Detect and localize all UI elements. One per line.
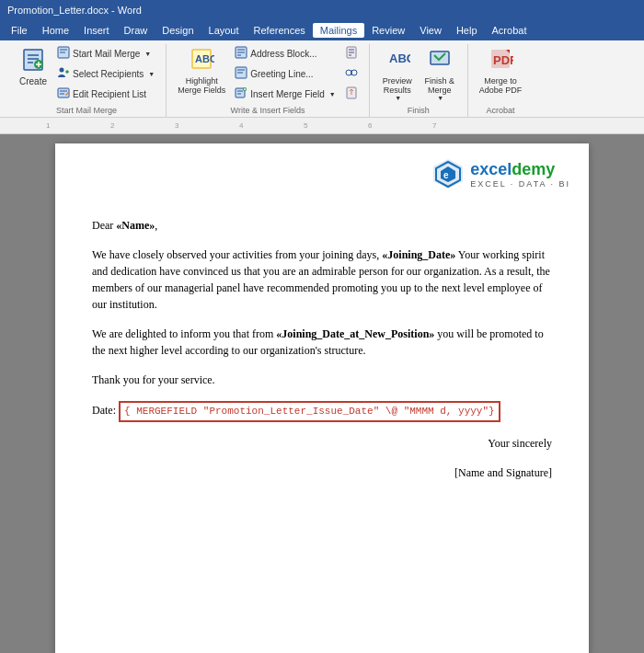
- select-recipients-button[interactable]: Select Recipients ▼: [53, 64, 158, 84]
- date-label: Date:: [92, 404, 119, 417]
- greeting-line-label: Greeting Line...: [250, 69, 313, 79]
- para2-start: We are delighted to inform you that from: [92, 327, 276, 340]
- doc-content[interactable]: Dear «Name», We have closely observed yo…: [92, 217, 552, 481]
- closing-para: Your sincerely: [92, 435, 552, 452]
- date-para: Date: { MERGEFIELD "Promotion_Letter_Iss…: [92, 401, 552, 422]
- menu-draw[interactable]: Draw: [117, 23, 155, 38]
- closing-text: Your sincerely: [488, 437, 552, 450]
- ribbon-buttons-write: ABC HighlightMerge Fields: [174, 44, 362, 104]
- start-mail-merge-group-label: Start Mail Merge: [15, 104, 158, 115]
- write-insert-col: Address Block... Greeting Line...: [231, 44, 339, 104]
- svg-text:PDF: PDF: [493, 53, 513, 67]
- finish-merge-button[interactable]: Finish &Merge ▼: [420, 44, 460, 103]
- logo-tagline: EXCEL · DATA · BI: [470, 179, 570, 189]
- greeting-line-button[interactable]: Greeting Line...: [231, 64, 339, 84]
- title-text: Promotion_Letter.docx - Word: [7, 5, 142, 16]
- para1: We have closely observed your activities…: [92, 246, 552, 313]
- finish-icon: [427, 46, 453, 74]
- select-recipients-icon: [57, 66, 70, 82]
- menu-file[interactable]: File: [4, 23, 35, 38]
- preview-results-button[interactable]: ABC PreviewResults ▼: [377, 44, 418, 103]
- logo-name: exceldemy: [470, 160, 570, 179]
- doc-page: e exceldemy EXCEL · DATA · BI Dear «Name…: [55, 143, 589, 653]
- create-icon: [20, 46, 46, 74]
- highlight-merge-fields-button[interactable]: ABC HighlightMerge Fields: [174, 44, 229, 97]
- select-recipients-label: Select Recipients: [73, 69, 144, 79]
- preview-label: PreviewResults: [383, 76, 412, 95]
- svg-text:ABC: ABC: [195, 53, 214, 64]
- logo-icon: e: [431, 157, 465, 190]
- acrobat-group-label: Acrobat: [476, 104, 526, 115]
- menu-acrobat[interactable]: Acrobat: [485, 23, 535, 38]
- write-insert-group-label: Write & Insert Fields: [174, 104, 362, 115]
- create-label: Create: [19, 76, 47, 86]
- para3: Thank you for your service.: [92, 372, 552, 388]
- date-merge-field[interactable]: { MERGEFIELD "Promotion_Letter_Issue_Dat…: [119, 401, 500, 422]
- greeting-para: Dear «Name»,: [92, 217, 552, 234]
- svg-point-36: [346, 70, 351, 75]
- name-field: «Name»: [116, 219, 155, 232]
- ribbon-group-preview: ABC PreviewResults ▼ Finish &Merge ▼ Fin…: [370, 44, 468, 117]
- insert-merge-dropdown[interactable]: ▼: [329, 91, 336, 97]
- ribbon-buttons-start: Create Start Mail Merge ▼: [15, 44, 158, 104]
- start-mail-merge-label: Start Mail Merge: [73, 49, 140, 59]
- ribbon-group-write-insert: ABC HighlightMerge Fields: [167, 44, 370, 117]
- edit-recipient-icon: [57, 86, 70, 102]
- signature-text: [Name and Signature]: [454, 466, 552, 479]
- start-merge-dropdown[interactable]: ▼: [144, 51, 151, 57]
- menu-layout[interactable]: Layout: [201, 23, 247, 38]
- create-button[interactable]: Create: [15, 44, 52, 88]
- edit-recipient-label: Edit Recipient List: [73, 89, 146, 99]
- menu-bar: File Home Insert Draw Design Layout Refe…: [0, 20, 644, 40]
- start-mail-merge-button[interactable]: Start Mail Merge ▼: [53, 44, 158, 63]
- menu-review[interactable]: Review: [364, 23, 412, 38]
- finish-dropdown[interactable]: ▼: [437, 95, 443, 101]
- rules-button[interactable]: [341, 44, 362, 63]
- greeting-comma: ,: [155, 219, 157, 232]
- svg-point-10: [60, 68, 64, 73]
- match-fields-icon: [345, 66, 358, 82]
- rules-icon: [345, 46, 358, 62]
- address-block-icon: [235, 46, 247, 62]
- para2: We are delighted to inform you that from…: [92, 326, 552, 359]
- merge-adobe-button[interactable]: PDF Merge toAdobe PDF: [476, 44, 526, 97]
- menu-design[interactable]: Design: [155, 23, 201, 38]
- svg-text:ABC: ABC: [389, 52, 410, 65]
- adobe-label: Merge toAdobe PDF: [479, 76, 523, 95]
- joining-date-position-field: «Joining_Date_at_New_Position»: [276, 327, 434, 340]
- ribbon-buttons-acrobat: PDF Merge toAdobe PDF: [476, 44, 526, 104]
- highlight-label: HighlightMerge Fields: [178, 76, 225, 95]
- insert-merge-icon: [235, 86, 247, 102]
- svg-text:e: e: [443, 170, 449, 180]
- edit-recipient-list-button[interactable]: Edit Recipient List: [53, 85, 158, 104]
- menu-references[interactable]: References: [247, 23, 313, 38]
- para1-start: We have closely observed your activities…: [92, 248, 382, 261]
- select-recipients-dropdown[interactable]: ▼: [148, 71, 155, 77]
- menu-help[interactable]: Help: [449, 23, 485, 38]
- address-block-label: Address Block...: [250, 49, 316, 59]
- mail-merge-col: Start Mail Merge ▼ Select Recipients: [53, 44, 158, 104]
- logo: e exceldemy EXCEL · DATA · BI: [431, 157, 570, 190]
- document-area: e exceldemy EXCEL · DATA · BI Dear «Name…: [0, 134, 644, 653]
- insert-merge-field-label: Insert Merge Field: [250, 89, 325, 99]
- highlight-icon: ABC: [189, 46, 214, 74]
- match-fields-button[interactable]: [341, 64, 362, 84]
- preview-dropdown[interactable]: ▼: [395, 95, 401, 101]
- menu-insert[interactable]: Insert: [76, 23, 117, 38]
- start-merge-icon: [57, 46, 70, 62]
- update-labels-button[interactable]: [341, 85, 362, 104]
- logo-text: exceldemy EXCEL · DATA · BI: [470, 160, 570, 189]
- joining-date-field: «Joining_Date»: [382, 248, 455, 261]
- ribbon-group-start-mail-merge: Create Start Mail Merge ▼: [7, 44, 167, 117]
- insert-merge-field-button[interactable]: Insert Merge Field ▼: [231, 85, 339, 104]
- title-bar: Promotion_Letter.docx - Word: [0, 0, 644, 20]
- finish-label: Finish &Merge: [425, 76, 455, 95]
- adobe-icon: PDF: [488, 46, 513, 74]
- address-block-button[interactable]: Address Block...: [231, 44, 339, 63]
- ribbon: Create Start Mail Merge ▼: [0, 40, 644, 118]
- menu-mailings[interactable]: Mailings: [313, 23, 364, 38]
- signature-para: [Name and Signature]: [92, 464, 552, 481]
- extra-col: [341, 44, 362, 104]
- menu-view[interactable]: View: [412, 23, 449, 38]
- menu-home[interactable]: Home: [35, 23, 76, 38]
